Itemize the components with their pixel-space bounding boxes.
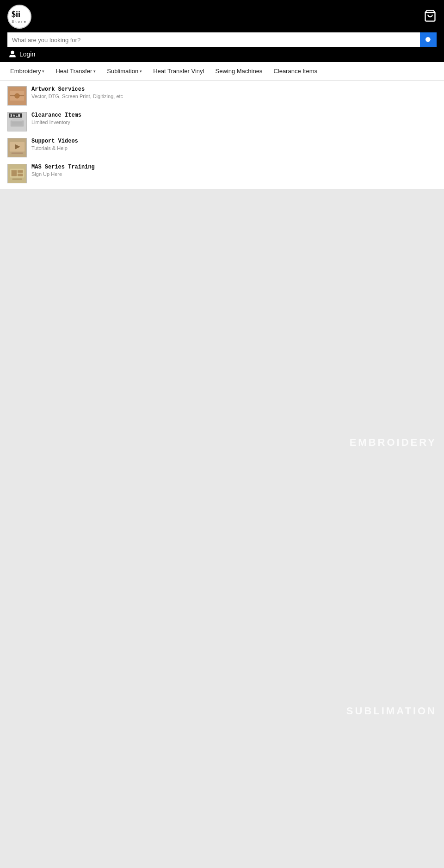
chevron-down-icon: ▾ — [93, 69, 96, 74]
artwork-title: Artwork Services — [31, 86, 437, 93]
mas-title: MAS Series Training — [31, 164, 437, 170]
nav-item-sewing-machines[interactable]: Sewing Machines — [210, 62, 267, 80]
dropdown-menu: Artwork Services Vector, DTG, Screen Pri… — [0, 81, 444, 189]
artwork-thumb-image — [8, 86, 26, 106]
support-title: Support Videos — [31, 138, 437, 144]
sale-badge: SALE — [9, 113, 22, 118]
list-item[interactable]: Artwork Services Vector, DTG, Screen Pri… — [7, 86, 437, 106]
nav-label-clearance-items: Clearance Items — [273, 68, 317, 75]
search-input[interactable] — [7, 32, 420, 47]
svg-line-2 — [430, 41, 431, 43]
logo[interactable]: $ii Store — [7, 5, 31, 29]
chevron-down-icon: ▾ — [42, 69, 44, 74]
nav-item-heat-transfer-vinyl[interactable]: Heat Transfer Vinyl — [148, 62, 209, 80]
mas-subtitle: Sign Up Here — [31, 171, 437, 177]
search-row — [7, 32, 437, 47]
nav-label-sublimation: Sublimation — [107, 68, 138, 75]
clearance-item-text: Clearance Items Limited Inventory — [31, 112, 437, 125]
nav-item-clearance-items[interactable]: Clearance Items — [269, 62, 322, 80]
user-icon — [8, 50, 17, 58]
chevron-down-icon: ▾ — [140, 69, 142, 74]
header-top: $ii Store — [7, 5, 437, 29]
support-thumbnail — [7, 138, 27, 157]
nav-label-heat-transfer-vinyl: Heat Transfer Vinyl — [153, 68, 204, 75]
nav-item-heat-transfer[interactable]: Heat Transfer ▾ — [51, 62, 100, 80]
nav-item-sublimation[interactable]: Sublimation ▾ — [102, 62, 147, 80]
clearance-title: Clearance Items — [31, 112, 437, 119]
list-item[interactable]: MAS Series Training Sign Up Here — [7, 164, 437, 183]
svg-rect-10 — [11, 120, 24, 126]
sewing-section: SEWING MACHINES — [0, 726, 444, 868]
artwork-subtitle: Vector, DTG, Screen Print, Digitizing, e… — [31, 94, 437, 99]
svg-point-1 — [426, 37, 431, 42]
mas-thumb-image — [8, 164, 26, 183]
main-content: EMBROIDERY SUBLIMATION SEWING MACHINES H… — [0, 189, 444, 868]
clearance-thumbnail: SALE — [7, 112, 27, 131]
nav-label-sewing-machines: Sewing Machines — [215, 68, 262, 75]
artwork-thumbnail — [7, 86, 27, 106]
sublimation-section: SUBLIMATION — [0, 458, 444, 726]
nav-bar: Embroidery ▾ Heat Transfer ▾ Sublimation… — [0, 62, 444, 81]
sublimation-section-label: SUBLIMATION — [346, 705, 437, 717]
svg-rect-22 — [18, 174, 23, 176]
svg-rect-23 — [12, 178, 22, 180]
svg-rect-21 — [18, 170, 23, 173]
nav-label-heat-transfer: Heat Transfer — [56, 68, 92, 75]
artwork-item-text: Artwork Services Vector, DTG, Screen Pri… — [31, 86, 437, 99]
login-label: Login — [19, 50, 35, 58]
search-icon — [425, 36, 432, 44]
svg-rect-20 — [12, 170, 17, 176]
mas-item-text: MAS Series Training Sign Up Here — [31, 164, 437, 177]
svg-rect-17 — [12, 152, 23, 154]
logo-sub: Store — [12, 19, 27, 24]
list-item[interactable]: Support Videos Tutorials & Help — [7, 138, 437, 157]
cart-button[interactable] — [424, 9, 437, 24]
search-button[interactable] — [420, 32, 437, 47]
list-item[interactable]: SALE Clearance Items Limited Inventory — [7, 112, 437, 131]
mas-thumbnail — [7, 164, 27, 183]
svg-point-3 — [11, 51, 14, 54]
header: $ii Store Login — [0, 0, 444, 62]
logo-text: $ii — [12, 10, 27, 19]
login-button[interactable]: Login — [7, 50, 437, 58]
nav-label-embroidery: Embroidery — [10, 68, 41, 75]
svg-point-6 — [14, 93, 19, 98]
clearance-subtitle: Limited Inventory — [31, 119, 437, 125]
support-item-text: Support Videos Tutorials & Help — [31, 138, 437, 151]
nav-item-embroidery[interactable]: Embroidery ▾ — [6, 62, 49, 80]
support-thumb-image — [8, 138, 26, 157]
support-subtitle: Tutorials & Help — [31, 145, 437, 151]
embroidery-section: EMBROIDERY — [0, 189, 444, 458]
svg-rect-11 — [12, 119, 22, 121]
embroidery-section-label: EMBROIDERY — [350, 437, 437, 449]
